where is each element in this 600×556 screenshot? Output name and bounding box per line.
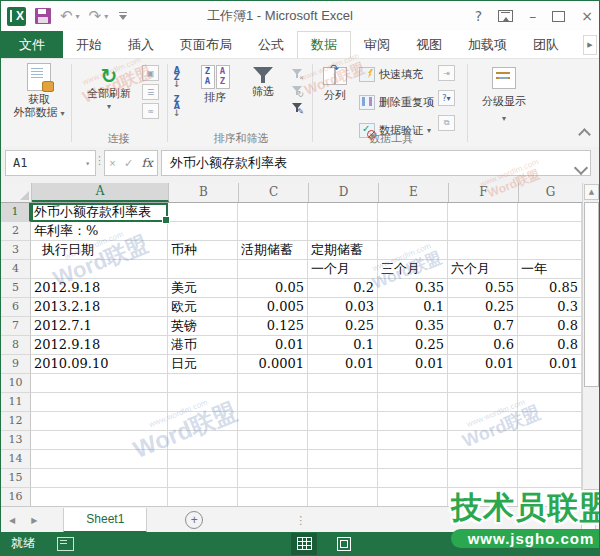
cell-A13[interactable] [31, 431, 168, 450]
cell-A16[interactable] [31, 488, 168, 506]
cell-C16[interactable] [238, 488, 308, 506]
row-header-9[interactable]: 9 [1, 355, 31, 374]
cell-B6[interactable]: 欧元 [168, 298, 238, 317]
cell-A15[interactable] [31, 469, 168, 488]
cell-E11[interactable] [378, 393, 448, 412]
cell-B12[interactable] [168, 412, 238, 431]
formula-input[interactable]: 外币小额存款利率表 [161, 150, 591, 176]
cell-D13[interactable] [308, 431, 378, 450]
sort-descending-icon[interactable]: ZA↓ [173, 96, 181, 117]
row-header-2[interactable]: 2 [1, 222, 31, 241]
cell-C5[interactable]: 0.05 [238, 279, 308, 298]
column-header-B[interactable]: B [169, 183, 239, 202]
cell-B8[interactable]: 港币 [168, 336, 238, 355]
cell-D3[interactable]: 定期储蓄 [308, 241, 378, 260]
undo-icon[interactable]: ↶ [60, 9, 73, 24]
cell-E1[interactable] [378, 203, 448, 222]
cell-F14[interactable] [448, 450, 518, 469]
cell-E2[interactable] [378, 222, 448, 241]
ribbon-display-options-icon[interactable] [498, 10, 513, 22]
hscroll-right-icon[interactable]: ▶ [581, 511, 596, 530]
cell-B9[interactable]: 日元 [168, 355, 238, 374]
cell-F8[interactable]: 0.6 [448, 336, 518, 355]
fill-handle[interactable] [162, 216, 170, 224]
row-header-1[interactable]: 1 [1, 203, 31, 222]
outline-button[interactable]: 分级显示 ▾ [475, 67, 533, 125]
row-header-10[interactable]: 10 [1, 374, 31, 393]
cell-F6[interactable]: 0.25 [448, 298, 518, 317]
row-header-4[interactable]: 4 [1, 260, 31, 279]
cell-C7[interactable]: 0.125 [238, 317, 308, 336]
cell-G2[interactable] [518, 222, 582, 241]
cell-D14[interactable] [308, 450, 378, 469]
cell-C11[interactable] [238, 393, 308, 412]
column-header-A[interactable]: A [32, 183, 169, 202]
sort-ascending-icon[interactable]: AZ↓ [173, 67, 181, 88]
cell-F16[interactable] [448, 488, 518, 506]
cell-A5[interactable]: 2012.9.18 [31, 279, 168, 298]
row-header-11[interactable]: 11 [1, 393, 31, 412]
insert-function-icon[interactable]: fx [142, 156, 153, 170]
flash-fill-button[interactable]: 快速填充 [359, 67, 423, 82]
relationships-icon[interactable]: ⧉ [438, 115, 455, 131]
column-header-E[interactable]: E [379, 183, 449, 202]
cell-B4[interactable] [168, 260, 238, 279]
macro-record-icon[interactable] [57, 537, 74, 551]
row-header-5[interactable]: 5 [1, 279, 31, 298]
redo-icon[interactable]: ↷ [89, 9, 102, 24]
zoom-level[interactable]: 100% [560, 537, 591, 551]
cell-F2[interactable] [448, 222, 518, 241]
refresh-all-button[interactable]: ↻ 全部刷新 ▾ [79, 65, 139, 113]
cell-G9[interactable]: 0.01 [518, 355, 582, 374]
tab-插入[interactable]: 插入 [115, 31, 167, 58]
cell-C1[interactable] [238, 203, 308, 222]
cell-E14[interactable] [378, 450, 448, 469]
filter-button[interactable]: 筛选 [241, 67, 285, 98]
cell-A1[interactable]: 外币小额存款利率表 [31, 203, 168, 222]
tab-bar-splitter[interactable]: ⋮ [295, 514, 306, 527]
cell-G5[interactable]: 0.85 [518, 279, 582, 298]
cell-D12[interactable] [308, 412, 378, 431]
cell-F10[interactable] [448, 374, 518, 393]
sheet-nav-right-icon[interactable]: ▶ [23, 516, 45, 525]
cell-E16[interactable] [378, 488, 448, 506]
row-header-13[interactable]: 13 [1, 431, 31, 450]
cell-G8[interactable]: 0.8 [518, 336, 582, 355]
connections-icon[interactable]: ▣ [142, 65, 159, 81]
cell-G13[interactable] [518, 431, 582, 450]
cell-C12[interactable] [238, 412, 308, 431]
row-header-3[interactable]: 3 [1, 241, 31, 260]
column-header-F[interactable]: F [449, 183, 519, 202]
name-box-dropdown-icon[interactable]: ▾ [85, 159, 90, 168]
cell-B5[interactable]: 美元 [168, 279, 238, 298]
scroll-down-icon[interactable]: ▼ [584, 489, 599, 505]
row-header-7[interactable]: 7 [1, 317, 31, 336]
cell-B11[interactable] [168, 393, 238, 412]
cell-G12[interactable] [518, 412, 582, 431]
cell-C8[interactable]: 0.01 [238, 336, 308, 355]
properties-icon[interactable]: ☰ [142, 84, 159, 100]
tab-公式[interactable]: 公式 [245, 31, 297, 58]
tab-视图[interactable]: 视图 [403, 31, 455, 58]
cell-B13[interactable] [168, 431, 238, 450]
select-all-corner[interactable] [1, 183, 32, 202]
cell-F3[interactable] [448, 241, 518, 260]
cell-D5[interactable]: 0.2 [308, 279, 378, 298]
get-external-data-button[interactable]: 获取 外部数据 ▾ [11, 63, 67, 120]
restore-icon[interactable] [552, 11, 565, 22]
cell-B14[interactable] [168, 450, 238, 469]
cell-G4[interactable]: 一年 [518, 260, 582, 279]
cell-G14[interactable] [518, 450, 582, 469]
cell-G15[interactable] [518, 469, 582, 488]
save-icon[interactable] [35, 8, 51, 24]
cell-C9[interactable]: 0.0001 [238, 355, 308, 374]
cancel-icon[interactable]: × [109, 157, 115, 169]
cell-D6[interactable]: 0.03 [308, 298, 378, 317]
close-icon[interactable]: × [581, 9, 593, 23]
cell-A14[interactable] [31, 450, 168, 469]
help-icon[interactable]: ? [475, 9, 482, 23]
cell-C6[interactable]: 0.005 [238, 298, 308, 317]
cell-G7[interactable]: 0.8 [518, 317, 582, 336]
cell-A6[interactable]: 2013.2.18 [31, 298, 168, 317]
cell-A11[interactable] [31, 393, 168, 412]
